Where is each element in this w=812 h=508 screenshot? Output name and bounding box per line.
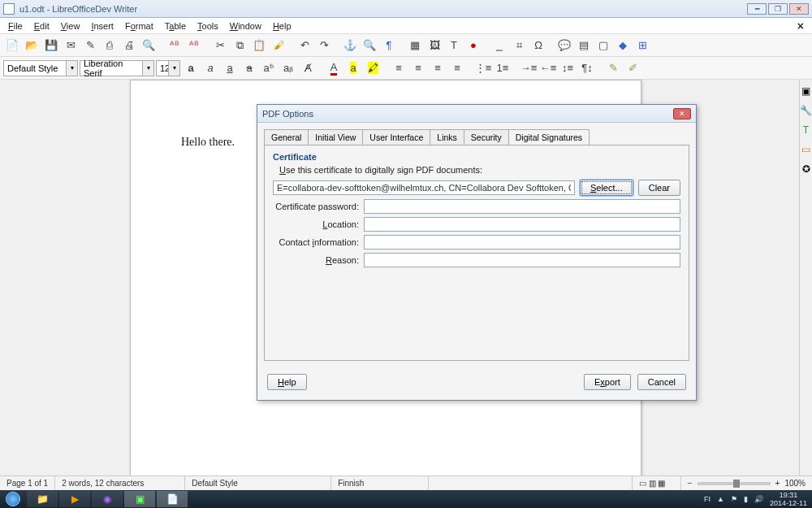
email-icon[interactable]: ✉	[62, 37, 80, 54]
status-view-icons[interactable]: ▭ ▥ ▦	[633, 476, 681, 490]
bold-icon[interactable]: a	[182, 59, 200, 77]
spellcheck-icon[interactable]: ᴬᴮ	[166, 37, 184, 54]
align-justify-icon[interactable]: ≡	[448, 59, 466, 77]
print-icon[interactable]: 🖨	[120, 37, 138, 54]
font-size-select[interactable]: 12▾	[156, 60, 180, 76]
clear-certificate-button[interactable]: Clear	[638, 180, 680, 196]
numbering-icon[interactable]: 1≡	[494, 59, 512, 77]
underline-icon[interactable]: a	[221, 59, 239, 77]
menu-help[interactable]: Help	[268, 20, 296, 33]
tray-network-icon[interactable]: ▮	[744, 495, 748, 503]
align-right-icon[interactable]: ≡	[429, 59, 447, 77]
italic-icon[interactable]: a	[201, 59, 219, 77]
cancel-button[interactable]: Cancel	[637, 374, 686, 390]
format-paint-icon[interactable]: 🖌	[270, 37, 287, 54]
task-terminal[interactable]: ▣	[124, 491, 155, 507]
new-icon[interactable]: 📄	[3, 37, 21, 54]
strike-icon[interactable]: a	[240, 59, 258, 77]
contact-field[interactable]	[364, 235, 680, 250]
menu-view[interactable]: View	[56, 20, 85, 33]
textbox-icon[interactable]: T	[445, 37, 463, 54]
task-writer[interactable]: 📄	[157, 491, 188, 507]
copy-icon[interactable]: ⧉	[231, 37, 248, 54]
paste-icon[interactable]: 📋	[250, 37, 268, 54]
pdf-icon[interactable]: ⎙	[101, 37, 119, 54]
paragraph-style-select[interactable]: Default Style▾	[3, 60, 78, 76]
task-media[interactable]: ▶	[59, 491, 90, 507]
window-close-button[interactable]: ✕	[789, 3, 809, 15]
tab-security[interactable]: Security	[464, 129, 509, 145]
indent-dec-icon[interactable]: ←≡	[539, 59, 557, 77]
sidebar-wrench-icon[interactable]: 🔧	[801, 102, 812, 119]
tray-volume-icon[interactable]: 🔊	[754, 495, 763, 503]
reason-field[interactable]	[364, 253, 680, 267]
maximize-button[interactable]: ❐	[768, 3, 788, 15]
tab-user-interface[interactable]: User Interface	[362, 129, 430, 145]
undo-icon[interactable]: ↶	[296, 37, 313, 54]
table-icon[interactable]: ▦	[406, 37, 424, 54]
shape-icon[interactable]: ◆	[614, 37, 632, 54]
draw-line-icon[interactable]: ✎	[604, 59, 622, 77]
open-icon[interactable]: 📂	[23, 37, 41, 54]
record-icon[interactable]: ●	[464, 37, 482, 54]
image-icon[interactable]: 🖼	[425, 37, 443, 54]
edit-mode-icon[interactable]: ✎	[81, 37, 99, 54]
draw-shape-icon[interactable]: ✐	[624, 59, 641, 77]
tab-general[interactable]: General	[264, 129, 309, 145]
tray-lang[interactable]: FI	[704, 495, 710, 503]
redo-icon[interactable]: ↷	[315, 37, 333, 54]
line-spacing-icon[interactable]: ↕≡	[559, 59, 577, 77]
task-app1[interactable]: ◉	[92, 491, 123, 507]
subscript-icon[interactable]: aᵦ	[279, 59, 297, 77]
sidebar-styles-icon[interactable]: T	[801, 122, 812, 138]
location-field[interactable]	[364, 217, 680, 232]
menu-edit[interactable]: Edit	[29, 20, 54, 33]
field-icon[interactable]: ⌗	[510, 37, 528, 54]
certificate-password-field[interactable]	[364, 199, 680, 214]
sidebar-properties-icon[interactable]: ▣	[801, 83, 812, 99]
task-explorer[interactable]: 📁	[27, 491, 58, 507]
menu-insert[interactable]: Insert	[86, 20, 119, 33]
font-name-select[interactable]: Liberation Serif▾	[80, 60, 154, 76]
grid-icon[interactable]: ⊞	[633, 37, 651, 54]
nonprint-icon[interactable]: ¶	[380, 37, 398, 54]
superscript-icon[interactable]: aᵇ	[260, 59, 278, 77]
cut-icon[interactable]: ✂	[211, 37, 229, 54]
remove-format-icon[interactable]: A̸	[299, 59, 317, 77]
tab-initial-view[interactable]: Initial View	[308, 129, 363, 145]
minimize-button[interactable]: ━	[747, 3, 767, 15]
menu-tools[interactable]: Tools	[192, 20, 223, 33]
para-spacing-icon[interactable]: ¶↕	[578, 59, 596, 77]
tab-links[interactable]: Links	[430, 129, 464, 145]
start-button[interactable]	[0, 490, 26, 508]
indent-inc-icon[interactable]: →≡	[520, 59, 538, 77]
system-tray[interactable]: FI ▲ ⚑ ▮ 🔊 19:31 2014-12-11	[704, 491, 812, 507]
tray-flag-icon[interactable]: ▲	[717, 495, 724, 503]
autospell-icon[interactable]: ᴬᴮ	[185, 37, 203, 54]
menu-window[interactable]: Window	[225, 20, 266, 33]
dialog-close-button[interactable]: ✕	[673, 108, 691, 119]
sidebar-gallery-icon[interactable]: ▭	[801, 141, 812, 158]
page-break-icon[interactable]: ⎯	[490, 37, 508, 54]
status-language[interactable]: Finnish	[331, 476, 429, 490]
sidebar-navigator-icon[interactable]: ✪	[801, 161, 812, 177]
bullets-icon[interactable]: ⋮≡	[474, 59, 492, 77]
help-button[interactable]: Help	[267, 374, 307, 390]
highlight2-icon[interactable]: 🖍	[364, 59, 382, 77]
tab-digital-signatures[interactable]: Digital Signatures	[508, 129, 590, 145]
frame-icon[interactable]: ▢	[594, 37, 612, 54]
certificate-field[interactable]	[273, 180, 575, 195]
close-document-button[interactable]: ×	[793, 20, 809, 33]
zoom-control[interactable]: −+ 100%	[681, 476, 812, 490]
hyperlink-icon[interactable]: ⚓	[341, 37, 359, 54]
select-certificate-button[interactable]: Select...	[580, 180, 633, 196]
find-icon[interactable]: 🔍	[361, 37, 378, 54]
save-icon[interactable]: 💾	[42, 37, 60, 54]
comment-icon[interactable]: 💬	[555, 37, 573, 54]
preview-icon[interactable]: 🔍	[140, 37, 158, 54]
header-icon[interactable]: ▤	[575, 37, 593, 54]
export-button[interactable]: Export	[584, 374, 631, 390]
special-char-icon[interactable]: Ω	[529, 37, 547, 54]
align-left-icon[interactable]: ≡	[390, 59, 408, 77]
tray-action-icon[interactable]: ⚑	[731, 495, 737, 503]
